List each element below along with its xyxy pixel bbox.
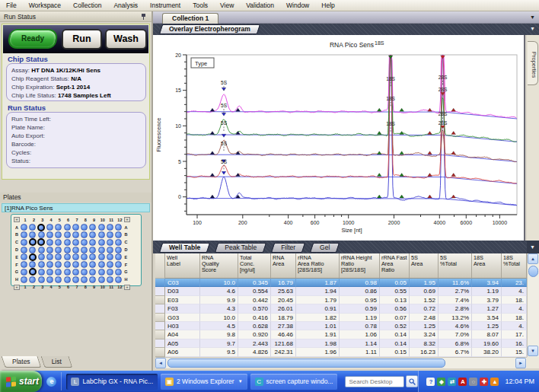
table-row[interactable]: A069.54.826242.311.961.110.1516.236.7%38… — [155, 348, 527, 356]
well-H1[interactable] — [21, 276, 27, 283]
tab-overlay-electropherogram[interactable]: Overlay Electropherogram — [161, 24, 259, 34]
well-G3[interactable] — [38, 269, 45, 276]
table-vertical-scrollbar[interactable]: ▲ ▼ — [527, 253, 539, 357]
taskbar-button[interactable]: ▣2 Windows Explorer▼ — [161, 374, 247, 390]
well-F8[interactable] — [81, 261, 88, 268]
well-A5[interactable] — [55, 224, 62, 231]
well-D5[interactable] — [55, 247, 62, 253]
chevron-down-icon[interactable]: ▼ — [530, 26, 535, 31]
well-B1[interactable] — [21, 231, 27, 238]
well-G6[interactable] — [64, 269, 71, 276]
well-H12[interactable] — [115, 276, 122, 283]
well-F9[interactable] — [89, 261, 96, 268]
well-H8[interactable] — [81, 276, 88, 283]
well-G11[interactable] — [107, 269, 113, 276]
well-E9[interactable] — [89, 253, 96, 260]
well-A9[interactable] — [89, 224, 96, 231]
well-F7[interactable] — [72, 261, 79, 268]
selected-plate-item[interactable]: [1]RNA Pico Sens — [2, 203, 150, 212]
well-F4[interactable] — [46, 261, 53, 268]
table-row[interactable]: D034.60.55425.631.940.860.550.692.7%1.19… — [155, 287, 527, 295]
chevron-down-icon[interactable]: ▼ — [530, 244, 535, 250]
start-button[interactable]: start — [0, 371, 42, 392]
well-F12[interactable] — [115, 261, 122, 268]
well-E12[interactable] — [115, 253, 122, 260]
well-H5[interactable] — [55, 276, 62, 283]
well-A6[interactable] — [64, 224, 71, 231]
well-C2[interactable] — [29, 238, 37, 246]
menu-workspace[interactable]: Workspace — [23, 1, 67, 10]
menu-analysis[interactable]: Analysis — [107, 1, 144, 10]
well-H9[interactable] — [89, 276, 96, 283]
well-G10[interactable] — [98, 269, 105, 276]
well-B3[interactable] — [38, 231, 45, 238]
well-G9[interactable] — [89, 269, 96, 276]
tab-collection-1[interactable]: Collection 1 — [162, 13, 218, 24]
well-F1[interactable] — [21, 261, 27, 268]
vertical-scroll-thumb[interactable] — [528, 266, 538, 277]
table-row[interactable]: E039.90.44220.451.790.950.131.527.4%3.79… — [155, 296, 527, 304]
column-header[interactable]: rRNA Area Ratio [28S/18S] — [296, 253, 340, 279]
well-D1[interactable] — [21, 247, 27, 253]
column-header[interactable]: RNA Quality Score — [200, 253, 238, 279]
well-C4[interactable] — [46, 239, 53, 246]
taskbar-button[interactable]: Cscreen capture windo... — [250, 374, 338, 390]
magnifier-icon[interactable]: ◌ — [469, 378, 477, 386]
well-B2[interactable] — [29, 231, 36, 238]
green-app-icon[interactable]: ◈ — [437, 378, 445, 386]
well-B7[interactable] — [72, 231, 79, 238]
well-H11[interactable] — [107, 276, 113, 283]
tab-plates[interactable]: Plates — [3, 356, 40, 368]
well-E8[interactable] — [81, 253, 88, 260]
well-D2[interactable] — [29, 247, 36, 253]
well-G5[interactable] — [55, 269, 62, 276]
well-C5[interactable] — [55, 239, 62, 246]
well-C11[interactable] — [107, 239, 113, 246]
menu-window[interactable]: Window — [280, 1, 315, 10]
well-B8[interactable] — [81, 231, 88, 238]
well-F3[interactable] — [38, 261, 45, 268]
table-horizontal-scrollbar[interactable]: ◄ ► — [155, 357, 527, 368]
menu-collection[interactable]: Collection — [67, 1, 107, 10]
pin-icon[interactable] — [140, 13, 147, 20]
tab-list[interactable]: List — [43, 356, 71, 368]
chevron-down-icon[interactable]: ▼ — [530, 14, 535, 20]
scroll-right-icon[interactable]: ► — [515, 358, 526, 368]
tab-properties[interactable]: Properties — [528, 41, 538, 85]
well-H3[interactable] — [38, 276, 45, 283]
well-E5[interactable] — [55, 253, 62, 260]
table-row[interactable]: A049.80.92046.461.911.060.143.247.0%8.07… — [155, 330, 527, 339]
electropherogram-chart[interactable]: 5S5S5S5S5S18S18S18S28S28S28S28S051015201… — [153, 35, 524, 241]
plate-corner-icon[interactable]: + — [14, 285, 20, 290]
column-header[interactable]: 5S %Total — [439, 253, 472, 279]
well-C3[interactable] — [37, 238, 45, 246]
well-G12[interactable] — [115, 269, 122, 276]
well-E1[interactable] — [21, 253, 27, 260]
well-C12[interactable] — [115, 239, 122, 246]
scroll-down-icon[interactable]: ▼ — [528, 346, 538, 356]
menu-instrument[interactable]: Instrument — [144, 1, 187, 10]
well-G2[interactable] — [29, 268, 37, 276]
plate-corner-icon[interactable]: + — [124, 285, 130, 290]
well-C6[interactable] — [64, 239, 71, 246]
column-header[interactable]: 18S Area — [472, 253, 502, 279]
tab-peak-table[interactable]: Peak Table — [216, 243, 265, 253]
well-C9[interactable] — [89, 239, 96, 246]
menu-view[interactable]: View — [214, 1, 240, 10]
well-D6[interactable] — [64, 247, 71, 253]
well-F10[interactable] — [98, 261, 105, 268]
well-H2[interactable] — [29, 276, 36, 283]
well-A10[interactable] — [98, 224, 105, 231]
well-E3[interactable] — [38, 253, 45, 260]
well-A11[interactable] — [107, 224, 113, 231]
well-B11[interactable] — [107, 231, 113, 238]
adobe-acrobat-icon[interactable]: A — [458, 378, 467, 386]
well-H7[interactable] — [72, 276, 79, 283]
taskbar-button[interactable]: LLabChip GX - RNA Pic... — [66, 374, 158, 390]
well-A12[interactable] — [115, 224, 122, 231]
well-F11[interactable] — [107, 261, 113, 268]
well-D7[interactable] — [72, 247, 79, 253]
scroll-up-icon[interactable]: ▲ — [528, 253, 538, 264]
table-row[interactable]: H034.50.62827.381.010.780.521.254.6%1.25… — [155, 322, 527, 330]
well-A8[interactable] — [81, 224, 88, 231]
